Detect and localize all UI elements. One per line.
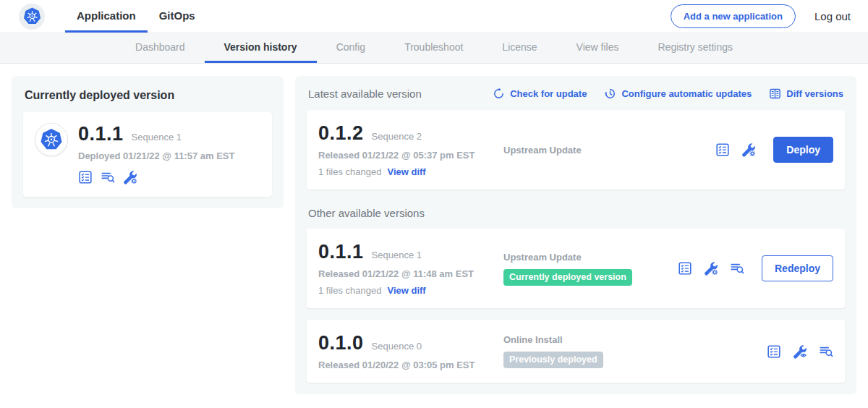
currently-deployed-title: Currently deployed version xyxy=(25,89,272,102)
clock-refresh-icon xyxy=(604,88,616,100)
checklist-icon[interactable] xyxy=(78,170,93,184)
configure-automatic-updates-link[interactable]: Configure automatic updates xyxy=(604,88,752,100)
configure-automatic-updates-label: Configure automatic updates xyxy=(621,88,752,99)
released-timestamp: Released 01/20/22 @ 03:05 pm EST xyxy=(318,360,503,370)
currently-deployed-panel: Currently deployed version 0.1.1 Sequenc… xyxy=(12,76,284,208)
version-sequence: Sequence 1 xyxy=(372,250,422,260)
other-available-title: Other available versions xyxy=(308,207,843,219)
logs-search-icon[interactable] xyxy=(819,344,833,359)
wrench-gear-icon[interactable] xyxy=(741,143,756,157)
wrench-gear-icon[interactable] xyxy=(123,170,137,184)
subnav-view-files[interactable]: View files xyxy=(557,33,639,63)
tab-application-label: Application xyxy=(77,9,136,22)
version-card-0-1-2: 0.1.2 Sequence 2 Released 01/21/22 @ 05:… xyxy=(307,110,845,190)
logs-search-icon[interactable] xyxy=(101,170,115,184)
files-changed-label: 1 files changed xyxy=(318,285,381,296)
app-kubernetes-logo xyxy=(35,123,68,156)
version-source: Online Install xyxy=(503,334,767,345)
deployed-version-card: 0.1.1 Sequence 1 Deployed 01/21/22 @ 11:… xyxy=(23,112,272,197)
deploy-button[interactable]: Deploy xyxy=(773,137,833,163)
main-content: Currently deployed version 0.1.1 Sequenc… xyxy=(0,64,868,407)
wrench-eye-icon[interactable] xyxy=(793,344,807,359)
previously-deployed-badge: Previously deployed xyxy=(503,352,603,368)
check-for-update-label: Check for update xyxy=(510,88,587,99)
checklist-icon[interactable] xyxy=(767,344,781,359)
wrench-gear-icon[interactable] xyxy=(704,261,718,276)
versions-panel: Latest available version Check for updat… xyxy=(295,76,856,394)
view-diff-link[interactable]: View diff xyxy=(387,166,425,177)
subnav-troubleshoot[interactable]: Troubleshoot xyxy=(385,33,482,63)
version-source: Upstream Update xyxy=(503,252,678,263)
currently-deployed-badge: Currently deployed version xyxy=(503,269,632,286)
version-sequence: Sequence 0 xyxy=(372,341,422,352)
subnav-config[interactable]: Config xyxy=(317,33,385,63)
version-number: 0.1.1 xyxy=(318,241,364,263)
view-diff-link[interactable]: View diff xyxy=(387,285,425,296)
tab-gitops[interactable]: GitOps xyxy=(148,0,207,33)
deployed-sequence: Sequence 1 xyxy=(132,132,182,143)
checklist-icon[interactable] xyxy=(715,143,730,157)
diff-versions-link[interactable]: Diff versions xyxy=(769,88,843,100)
subnav-dashboard[interactable]: Dashboard xyxy=(116,33,205,63)
diff-versions-label: Diff versions xyxy=(786,88,843,99)
check-for-update-link[interactable]: Check for update xyxy=(493,88,587,100)
latest-available-title: Latest available version xyxy=(308,88,422,100)
released-timestamp: Released 01/21/22 @ 11:48 am EST xyxy=(318,268,503,279)
deployed-version-number: 0.1.1 xyxy=(78,123,124,145)
app-subnav: Dashboard Version history Config Trouble… xyxy=(0,33,868,64)
version-number: 0.1.0 xyxy=(318,332,364,354)
diff-icon xyxy=(769,88,781,100)
subnav-license[interactable]: License xyxy=(482,33,556,63)
checklist-icon[interactable] xyxy=(678,261,692,276)
logs-search-icon[interactable] xyxy=(730,261,744,276)
tab-application[interactable]: Application xyxy=(65,0,148,33)
files-changed-label: 1 files changed xyxy=(318,166,381,177)
kubernetes-logo xyxy=(19,4,45,30)
app-header: Application GitOps Add a new application… xyxy=(0,0,868,33)
logout-button[interactable]: Log out xyxy=(814,10,851,22)
version-source: Upstream Update xyxy=(503,145,715,156)
version-card-0-1-1: 0.1.1 Sequence 1 Released 01/21/22 @ 11:… xyxy=(307,229,845,308)
refresh-icon xyxy=(493,88,505,100)
header-tabs: Application GitOps xyxy=(65,0,207,33)
tab-gitops-label: GitOps xyxy=(159,9,195,22)
version-sequence: Sequence 2 xyxy=(372,131,422,142)
subnav-registry-settings[interactable]: Registry settings xyxy=(639,33,752,63)
version-card-0-1-0: 0.1.0 Sequence 0 Released 01/20/22 @ 03:… xyxy=(307,320,845,383)
version-number: 0.1.2 xyxy=(318,122,364,145)
redeploy-button[interactable]: Redeploy xyxy=(762,255,833,281)
released-timestamp: Released 01/21/22 @ 05:37 pm EST xyxy=(318,150,503,161)
deployed-timestamp: Deployed 01/21/22 @ 11:57 am EST xyxy=(78,150,234,161)
add-application-button[interactable]: Add a new application xyxy=(671,4,796,28)
subnav-version-history[interactable]: Version history xyxy=(205,33,317,63)
